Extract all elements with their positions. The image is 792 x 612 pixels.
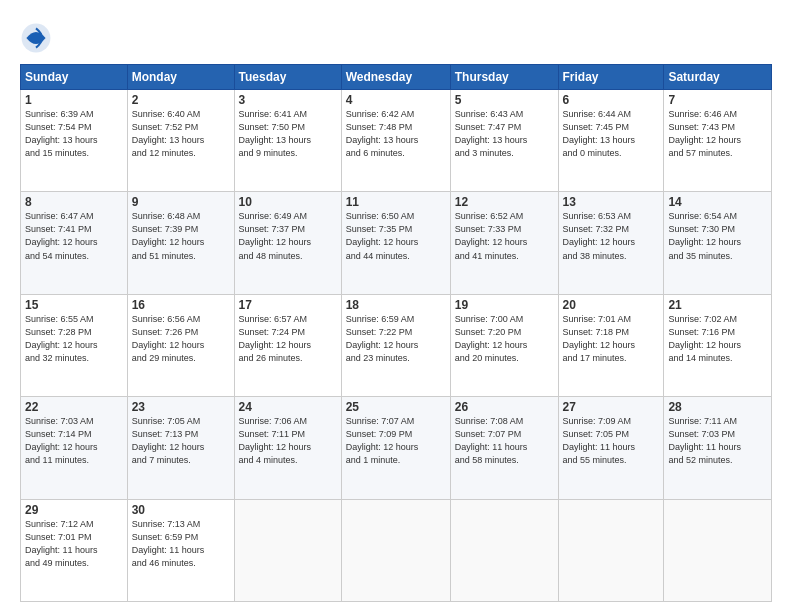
day-info: Sunrise: 6:59 AM Sunset: 7:22 PM Dayligh… — [346, 313, 446, 365]
day-info: Sunrise: 7:02 AM Sunset: 7:16 PM Dayligh… — [668, 313, 767, 365]
day-number: 26 — [455, 400, 554, 414]
calendar-cell: 12Sunrise: 6:52 AM Sunset: 7:33 PM Dayli… — [450, 192, 558, 294]
day-number: 9 — [132, 195, 230, 209]
day-number: 18 — [346, 298, 446, 312]
calendar-table: SundayMondayTuesdayWednesdayThursdayFrid… — [20, 64, 772, 602]
day-number: 25 — [346, 400, 446, 414]
day-number: 15 — [25, 298, 123, 312]
calendar-cell: 27Sunrise: 7:09 AM Sunset: 7:05 PM Dayli… — [558, 397, 664, 499]
calendar-cell: 3Sunrise: 6:41 AM Sunset: 7:50 PM Daylig… — [234, 90, 341, 192]
day-info: Sunrise: 7:12 AM Sunset: 7:01 PM Dayligh… — [25, 518, 123, 570]
day-number: 12 — [455, 195, 554, 209]
day-info: Sunrise: 6:57 AM Sunset: 7:24 PM Dayligh… — [239, 313, 337, 365]
day-info: Sunrise: 6:52 AM Sunset: 7:33 PM Dayligh… — [455, 210, 554, 262]
day-number: 3 — [239, 93, 337, 107]
calendar-cell: 11Sunrise: 6:50 AM Sunset: 7:35 PM Dayli… — [341, 192, 450, 294]
day-number: 8 — [25, 195, 123, 209]
calendar-cell: 2Sunrise: 6:40 AM Sunset: 7:52 PM Daylig… — [127, 90, 234, 192]
weekday-header-friday: Friday — [558, 65, 664, 90]
weekday-header-sunday: Sunday — [21, 65, 128, 90]
day-number: 7 — [668, 93, 767, 107]
calendar-cell: 16Sunrise: 6:56 AM Sunset: 7:26 PM Dayli… — [127, 294, 234, 396]
day-number: 21 — [668, 298, 767, 312]
day-number: 23 — [132, 400, 230, 414]
calendar-week-3: 15Sunrise: 6:55 AM Sunset: 7:28 PM Dayli… — [21, 294, 772, 396]
calendar-cell — [664, 499, 772, 601]
day-number: 13 — [563, 195, 660, 209]
calendar-page: SundayMondayTuesdayWednesdayThursdayFrid… — [0, 0, 792, 612]
weekday-header-row: SundayMondayTuesdayWednesdayThursdayFrid… — [21, 65, 772, 90]
calendar-header: SundayMondayTuesdayWednesdayThursdayFrid… — [21, 65, 772, 90]
day-info: Sunrise: 6:40 AM Sunset: 7:52 PM Dayligh… — [132, 108, 230, 160]
day-info: Sunrise: 6:39 AM Sunset: 7:54 PM Dayligh… — [25, 108, 123, 160]
calendar-cell: 8Sunrise: 6:47 AM Sunset: 7:41 PM Daylig… — [21, 192, 128, 294]
day-info: Sunrise: 6:56 AM Sunset: 7:26 PM Dayligh… — [132, 313, 230, 365]
calendar-cell — [558, 499, 664, 601]
weekday-header-wednesday: Wednesday — [341, 65, 450, 90]
day-number: 4 — [346, 93, 446, 107]
header-area — [20, 18, 772, 54]
calendar-cell: 19Sunrise: 7:00 AM Sunset: 7:20 PM Dayli… — [450, 294, 558, 396]
day-info: Sunrise: 6:55 AM Sunset: 7:28 PM Dayligh… — [25, 313, 123, 365]
calendar-cell: 30Sunrise: 7:13 AM Sunset: 6:59 PM Dayli… — [127, 499, 234, 601]
weekday-header-thursday: Thursday — [450, 65, 558, 90]
logo — [20, 22, 56, 54]
day-number: 19 — [455, 298, 554, 312]
day-number: 29 — [25, 503, 123, 517]
day-number: 2 — [132, 93, 230, 107]
calendar-week-2: 8Sunrise: 6:47 AM Sunset: 7:41 PM Daylig… — [21, 192, 772, 294]
day-info: Sunrise: 6:47 AM Sunset: 7:41 PM Dayligh… — [25, 210, 123, 262]
calendar-cell — [341, 499, 450, 601]
calendar-cell: 21Sunrise: 7:02 AM Sunset: 7:16 PM Dayli… — [664, 294, 772, 396]
calendar-cell: 22Sunrise: 7:03 AM Sunset: 7:14 PM Dayli… — [21, 397, 128, 499]
calendar-cell: 6Sunrise: 6:44 AM Sunset: 7:45 PM Daylig… — [558, 90, 664, 192]
day-number: 10 — [239, 195, 337, 209]
day-number: 16 — [132, 298, 230, 312]
calendar-cell: 24Sunrise: 7:06 AM Sunset: 7:11 PM Dayli… — [234, 397, 341, 499]
day-number: 24 — [239, 400, 337, 414]
day-info: Sunrise: 6:48 AM Sunset: 7:39 PM Dayligh… — [132, 210, 230, 262]
day-info: Sunrise: 7:09 AM Sunset: 7:05 PM Dayligh… — [563, 415, 660, 467]
day-info: Sunrise: 6:41 AM Sunset: 7:50 PM Dayligh… — [239, 108, 337, 160]
day-number: 27 — [563, 400, 660, 414]
calendar-cell: 10Sunrise: 6:49 AM Sunset: 7:37 PM Dayli… — [234, 192, 341, 294]
day-number: 5 — [455, 93, 554, 107]
calendar-cell: 20Sunrise: 7:01 AM Sunset: 7:18 PM Dayli… — [558, 294, 664, 396]
weekday-header-tuesday: Tuesday — [234, 65, 341, 90]
calendar-cell: 7Sunrise: 6:46 AM Sunset: 7:43 PM Daylig… — [664, 90, 772, 192]
day-info: Sunrise: 6:54 AM Sunset: 7:30 PM Dayligh… — [668, 210, 767, 262]
day-info: Sunrise: 6:49 AM Sunset: 7:37 PM Dayligh… — [239, 210, 337, 262]
day-info: Sunrise: 6:43 AM Sunset: 7:47 PM Dayligh… — [455, 108, 554, 160]
day-number: 30 — [132, 503, 230, 517]
day-info: Sunrise: 7:06 AM Sunset: 7:11 PM Dayligh… — [239, 415, 337, 467]
day-info: Sunrise: 6:53 AM Sunset: 7:32 PM Dayligh… — [563, 210, 660, 262]
calendar-cell: 25Sunrise: 7:07 AM Sunset: 7:09 PM Dayli… — [341, 397, 450, 499]
calendar-cell: 23Sunrise: 7:05 AM Sunset: 7:13 PM Dayli… — [127, 397, 234, 499]
day-number: 20 — [563, 298, 660, 312]
calendar-cell: 5Sunrise: 6:43 AM Sunset: 7:47 PM Daylig… — [450, 90, 558, 192]
day-info: Sunrise: 7:13 AM Sunset: 6:59 PM Dayligh… — [132, 518, 230, 570]
calendar-cell: 29Sunrise: 7:12 AM Sunset: 7:01 PM Dayli… — [21, 499, 128, 601]
weekday-header-monday: Monday — [127, 65, 234, 90]
calendar-cell: 18Sunrise: 6:59 AM Sunset: 7:22 PM Dayli… — [341, 294, 450, 396]
day-number: 14 — [668, 195, 767, 209]
day-info: Sunrise: 7:11 AM Sunset: 7:03 PM Dayligh… — [668, 415, 767, 467]
day-number: 11 — [346, 195, 446, 209]
logo-icon — [20, 22, 52, 54]
calendar-cell: 14Sunrise: 6:54 AM Sunset: 7:30 PM Dayli… — [664, 192, 772, 294]
calendar-cell: 28Sunrise: 7:11 AM Sunset: 7:03 PM Dayli… — [664, 397, 772, 499]
calendar-cell — [234, 499, 341, 601]
calendar-cell: 1Sunrise: 6:39 AM Sunset: 7:54 PM Daylig… — [21, 90, 128, 192]
day-info: Sunrise: 6:42 AM Sunset: 7:48 PM Dayligh… — [346, 108, 446, 160]
calendar-cell: 17Sunrise: 6:57 AM Sunset: 7:24 PM Dayli… — [234, 294, 341, 396]
day-info: Sunrise: 6:50 AM Sunset: 7:35 PM Dayligh… — [346, 210, 446, 262]
day-info: Sunrise: 7:07 AM Sunset: 7:09 PM Dayligh… — [346, 415, 446, 467]
calendar-week-4: 22Sunrise: 7:03 AM Sunset: 7:14 PM Dayli… — [21, 397, 772, 499]
calendar-cell: 4Sunrise: 6:42 AM Sunset: 7:48 PM Daylig… — [341, 90, 450, 192]
calendar-cell: 9Sunrise: 6:48 AM Sunset: 7:39 PM Daylig… — [127, 192, 234, 294]
day-info: Sunrise: 7:00 AM Sunset: 7:20 PM Dayligh… — [455, 313, 554, 365]
day-number: 1 — [25, 93, 123, 107]
day-number: 28 — [668, 400, 767, 414]
calendar-cell: 13Sunrise: 6:53 AM Sunset: 7:32 PM Dayli… — [558, 192, 664, 294]
calendar-week-5: 29Sunrise: 7:12 AM Sunset: 7:01 PM Dayli… — [21, 499, 772, 601]
